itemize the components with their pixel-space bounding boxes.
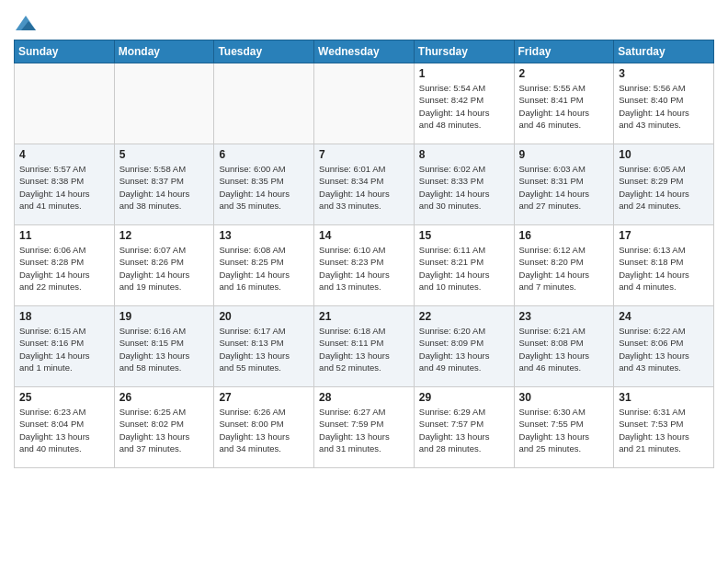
day-info: Sunrise: 6:26 AM Sunset: 8:00 PM Dayligh… [219, 406, 309, 454]
day-cell: 31Sunrise: 6:31 AM Sunset: 7:53 PM Dayli… [614, 386, 714, 467]
day-info: Sunrise: 6:27 AM Sunset: 7:59 PM Dayligh… [319, 406, 409, 454]
day-info: Sunrise: 6:12 AM Sunset: 8:20 PM Dayligh… [519, 244, 609, 293]
day-info: Sunrise: 6:13 AM Sunset: 8:18 PM Dayligh… [619, 244, 709, 293]
day-cell [114, 63, 214, 144]
day-header-saturday: Saturday [614, 40, 714, 63]
day-number: 16 [519, 229, 609, 242]
day-cell: 25Sunrise: 6:23 AM Sunset: 8:04 PM Dayli… [15, 386, 115, 467]
day-number: 22 [419, 310, 509, 323]
day-cell: 1Sunrise: 5:54 AM Sunset: 8:42 PM Daylig… [414, 63, 514, 144]
day-number: 10 [619, 148, 709, 161]
day-cell: 10Sunrise: 6:05 AM Sunset: 8:29 PM Dayli… [614, 144, 714, 224]
header [14, 9, 714, 32]
day-cell: 20Sunrise: 6:17 AM Sunset: 8:13 PM Dayli… [214, 305, 314, 386]
day-cell: 3Sunrise: 5:56 AM Sunset: 8:40 PM Daylig… [614, 63, 714, 144]
logo [14, 13, 36, 32]
week-row-5: 25Sunrise: 6:23 AM Sunset: 8:04 PM Dayli… [15, 386, 714, 467]
day-cell: 24Sunrise: 6:22 AM Sunset: 8:06 PM Dayli… [614, 305, 714, 386]
day-info: Sunrise: 6:05 AM Sunset: 8:29 PM Dayligh… [619, 163, 709, 212]
day-cell [214, 63, 314, 144]
day-number: 20 [219, 310, 309, 323]
day-info: Sunrise: 6:10 AM Sunset: 8:23 PM Dayligh… [319, 244, 409, 293]
day-info: Sunrise: 6:31 AM Sunset: 7:53 PM Dayligh… [619, 406, 709, 454]
day-number: 1 [419, 67, 509, 80]
day-number: 4 [19, 148, 109, 161]
day-info: Sunrise: 6:16 AM Sunset: 8:15 PM Dayligh… [119, 325, 210, 373]
day-cell: 11Sunrise: 6:06 AM Sunset: 8:28 PM Dayli… [15, 224, 115, 305]
day-cell: 19Sunrise: 6:16 AM Sunset: 8:15 PM Dayli… [114, 305, 214, 386]
day-cell: 30Sunrise: 6:30 AM Sunset: 7:55 PM Dayli… [514, 386, 614, 467]
main-container: SundayMondayTuesdayWednesdayThursdayFrid… [0, 0, 728, 477]
day-info: Sunrise: 6:18 AM Sunset: 8:11 PM Dayligh… [319, 325, 409, 373]
day-number: 18 [19, 310, 109, 323]
day-header-wednesday: Wednesday [314, 40, 415, 63]
day-cell: 22Sunrise: 6:20 AM Sunset: 8:09 PM Dayli… [414, 305, 514, 386]
day-number: 9 [519, 148, 609, 161]
day-cell: 13Sunrise: 6:08 AM Sunset: 8:25 PM Dayli… [214, 224, 314, 305]
day-number: 27 [219, 391, 309, 404]
day-cell: 12Sunrise: 6:07 AM Sunset: 8:26 PM Dayli… [114, 224, 214, 305]
day-cell: 29Sunrise: 6:29 AM Sunset: 7:57 PM Dayli… [414, 386, 514, 467]
day-info: Sunrise: 5:58 AM Sunset: 8:37 PM Dayligh… [119, 163, 210, 212]
day-number: 3 [619, 67, 709, 80]
day-cell [15, 63, 115, 144]
day-cell: 18Sunrise: 6:15 AM Sunset: 8:16 PM Dayli… [15, 305, 115, 386]
day-number: 15 [419, 229, 509, 242]
day-info: Sunrise: 6:07 AM Sunset: 8:26 PM Dayligh… [119, 244, 210, 293]
day-number: 31 [619, 391, 709, 404]
day-info: Sunrise: 6:08 AM Sunset: 8:25 PM Dayligh… [219, 244, 309, 293]
day-header-thursday: Thursday [414, 40, 514, 63]
week-row-2: 4Sunrise: 5:57 AM Sunset: 8:38 PM Daylig… [15, 144, 714, 224]
day-info: Sunrise: 6:22 AM Sunset: 8:06 PM Dayligh… [619, 325, 709, 373]
day-number: 19 [119, 310, 210, 323]
day-cell: 17Sunrise: 6:13 AM Sunset: 8:18 PM Dayli… [614, 224, 714, 305]
day-header-tuesday: Tuesday [214, 40, 314, 63]
day-info: Sunrise: 6:15 AM Sunset: 8:16 PM Dayligh… [19, 325, 109, 373]
day-info: Sunrise: 6:03 AM Sunset: 8:31 PM Dayligh… [519, 163, 609, 212]
day-info: Sunrise: 6:01 AM Sunset: 8:34 PM Dayligh… [319, 163, 409, 212]
day-number: 2 [519, 67, 609, 80]
day-info: Sunrise: 6:20 AM Sunset: 8:09 PM Dayligh… [419, 325, 509, 373]
day-number: 26 [119, 391, 210, 404]
calendar-table: SundayMondayTuesdayWednesdayThursdayFrid… [14, 40, 714, 468]
day-cell: 7Sunrise: 6:01 AM Sunset: 8:34 PM Daylig… [314, 144, 415, 224]
day-number: 24 [619, 310, 709, 323]
day-number: 7 [319, 148, 409, 161]
day-number: 25 [19, 391, 109, 404]
day-number: 13 [219, 229, 309, 242]
day-info: Sunrise: 6:23 AM Sunset: 8:04 PM Dayligh… [19, 406, 109, 454]
day-cell [314, 63, 415, 144]
day-number: 6 [219, 148, 309, 161]
day-number: 29 [419, 391, 509, 404]
day-cell: 6Sunrise: 6:00 AM Sunset: 8:35 PM Daylig… [214, 144, 314, 224]
day-cell: 21Sunrise: 6:18 AM Sunset: 8:11 PM Dayli… [314, 305, 415, 386]
day-number: 11 [19, 229, 109, 242]
day-cell: 23Sunrise: 6:21 AM Sunset: 8:08 PM Dayli… [514, 305, 614, 386]
day-info: Sunrise: 6:25 AM Sunset: 8:02 PM Dayligh… [119, 406, 210, 454]
header-row: SundayMondayTuesdayWednesdayThursdayFrid… [15, 40, 714, 63]
day-info: Sunrise: 6:00 AM Sunset: 8:35 PM Dayligh… [219, 163, 309, 212]
day-number: 14 [319, 229, 409, 242]
logo-icon [16, 14, 36, 32]
day-cell: 4Sunrise: 5:57 AM Sunset: 8:38 PM Daylig… [15, 144, 115, 224]
day-number: 28 [319, 391, 409, 404]
day-info: Sunrise: 5:57 AM Sunset: 8:38 PM Dayligh… [19, 163, 109, 212]
day-info: Sunrise: 5:55 AM Sunset: 8:41 PM Dayligh… [519, 82, 609, 131]
week-row-4: 18Sunrise: 6:15 AM Sunset: 8:16 PM Dayli… [15, 305, 714, 386]
day-number: 21 [319, 310, 409, 323]
day-number: 30 [519, 391, 609, 404]
day-cell: 27Sunrise: 6:26 AM Sunset: 8:00 PM Dayli… [214, 386, 314, 467]
day-info: Sunrise: 6:02 AM Sunset: 8:33 PM Dayligh… [419, 163, 509, 212]
day-info: Sunrise: 6:29 AM Sunset: 7:57 PM Dayligh… [419, 406, 509, 454]
logo-general [14, 13, 36, 32]
day-cell: 14Sunrise: 6:10 AM Sunset: 8:23 PM Dayli… [314, 224, 415, 305]
day-info: Sunrise: 6:17 AM Sunset: 8:13 PM Dayligh… [219, 325, 309, 373]
day-cell: 8Sunrise: 6:02 AM Sunset: 8:33 PM Daylig… [414, 144, 514, 224]
day-info: Sunrise: 6:06 AM Sunset: 8:28 PM Dayligh… [19, 244, 109, 293]
day-header-sunday: Sunday [15, 40, 115, 63]
day-cell: 5Sunrise: 5:58 AM Sunset: 8:37 PM Daylig… [114, 144, 214, 224]
day-info: Sunrise: 5:56 AM Sunset: 8:40 PM Dayligh… [619, 82, 709, 131]
week-row-1: 1Sunrise: 5:54 AM Sunset: 8:42 PM Daylig… [15, 63, 714, 144]
day-cell: 26Sunrise: 6:25 AM Sunset: 8:02 PM Dayli… [114, 386, 214, 467]
day-number: 12 [119, 229, 210, 242]
